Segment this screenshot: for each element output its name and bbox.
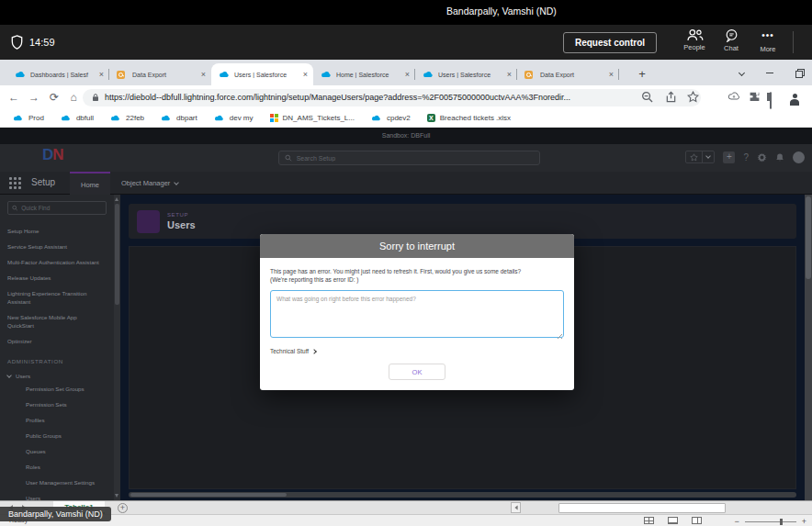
forward-button[interactable]: →	[26, 89, 42, 106]
sidebar-scrollbar[interactable]	[114, 195, 120, 500]
tab-close-icon[interactable]: ×	[303, 71, 308, 79]
people-button[interactable]: People	[676, 28, 713, 51]
window-restore-button[interactable]	[795, 69, 803, 76]
help-icon[interactable]: ?	[743, 152, 749, 162]
error-details-textarea[interactable]	[270, 290, 564, 338]
sidebar-item-mobile-quickstart[interactable]: New Salesforce Mobile App QuickStart	[7, 309, 81, 333]
page-break-view-icon[interactable]	[692, 517, 702, 524]
sidebar-item-profiles[interactable]: Profiles	[7, 412, 120, 428]
scrollbar-thumb[interactable]	[115, 204, 119, 305]
teams-control-bar: 14:59 Request control People Chat ••• Mo…	[0, 25, 812, 60]
home-button[interactable]: ⌂	[65, 89, 82, 106]
page-layout-view-icon[interactable]	[668, 517, 678, 524]
sidebar-item-setup-home[interactable]: Setup Home	[7, 223, 120, 239]
quick-create-icon[interactable]: +	[723, 151, 735, 163]
setup-search-input[interactable]	[297, 155, 534, 162]
add-sheet-button[interactable]: +	[118, 503, 128, 513]
tab-close-icon[interactable]: ×	[507, 71, 512, 79]
scrollbar-thumb[interactable]	[130, 493, 287, 497]
sidebar-item-release-updates[interactable]: Release Updates	[7, 270, 120, 285]
zoom-minus-button[interactable]: −	[734, 517, 739, 526]
favorites-control[interactable]	[685, 151, 715, 163]
reload-button[interactable]: ⟳	[46, 89, 62, 106]
content-horizontal-scrollbar[interactable]	[129, 492, 796, 498]
lock-icon	[92, 93, 99, 102]
sidebar-item-user-management-settings[interactable]: User Management Settings	[7, 475, 120, 490]
tab-search-chevron-icon[interactable]	[739, 69, 745, 75]
zoom-slider-thumb[interactable]	[780, 519, 783, 525]
back-button[interactable]: ←	[6, 89, 22, 106]
browser-tab-users-2[interactable]: Users | Salesforce ×	[415, 63, 517, 85]
sidebar-item-public-groups[interactable]: Public Groups	[7, 428, 120, 443]
salesforce-page: Sandbox: DBFull DN + ?	[0, 128, 812, 500]
more-button[interactable]: ••• More	[750, 28, 786, 53]
bookmark-star-icon[interactable]	[687, 91, 699, 103]
offline-cloud-icon[interactable]	[727, 91, 740, 104]
quick-find-input[interactable]	[21, 205, 102, 211]
share-icon[interactable]	[665, 91, 677, 103]
bookmark-cpdev2[interactable]: cpdev2	[371, 114, 411, 122]
bookmark-breached-tickets[interactable]: X Breached tickets .xlsx	[427, 114, 511, 122]
browser-tab-data-export-1[interactable]: Data Export ×	[109, 63, 211, 85]
bookmark-dn-ams-tickets[interactable]: DN_AMS_Tickets_L...	[270, 114, 355, 122]
tab-close-icon[interactable]: ×	[609, 71, 614, 79]
new-tab-button[interactable]: +	[634, 66, 650, 83]
zoom-out-icon[interactable]	[641, 91, 653, 103]
hscroll-left-button[interactable]	[511, 502, 521, 513]
tab-close-icon[interactable]: ×	[99, 71, 104, 79]
ok-button[interactable]: OK	[389, 364, 445, 380]
sidebar-item-users[interactable]: Users	[7, 490, 120, 500]
favorites-star-icon[interactable]	[686, 151, 702, 162]
setup-search-box[interactable]	[278, 151, 540, 165]
more-label: More	[760, 45, 775, 53]
request-control-button[interactable]: Request control	[563, 32, 657, 53]
sidebar-item-service-setup-assistant[interactable]: Service Setup Assistant	[7, 239, 120, 254]
sidebar-item-queues[interactable]: Queues	[7, 443, 120, 459]
setup-gear-icon[interactable]	[757, 152, 767, 162]
setup-sidebar: Setup Home Service Setup Assistant Multi…	[0, 195, 120, 500]
sidebar-group-users[interactable]: Users	[7, 373, 120, 379]
scroll-up-icon[interactable]	[115, 197, 118, 201]
tab-close-icon[interactable]: ×	[405, 71, 410, 79]
user-avatar[interactable]	[793, 151, 805, 163]
quick-find-box[interactable]	[7, 201, 107, 215]
notification-bell-icon[interactable]	[775, 152, 784, 162]
zoom-slider[interactable]	[745, 521, 796, 522]
technical-stuff-link[interactable]: Technical Stuff	[270, 348, 564, 354]
scrollbar-thumb[interactable]	[806, 196, 811, 279]
side-panel-icon[interactable]	[770, 93, 783, 106]
nav-tab-home[interactable]: Home	[70, 172, 110, 195]
profile-avatar[interactable]	[788, 91, 801, 104]
sidebar-item-roles[interactable]: Roles	[7, 459, 120, 475]
browser-tab-users-active[interactable]: Users | Salesforce ×	[211, 63, 313, 85]
browser-tab-dashboards[interactable]: Dashboards | Salesf ×	[7, 63, 109, 85]
bookmark-dbpart[interactable]: dbpart	[161, 114, 197, 122]
excel-hscrollbar-thumb[interactable]	[558, 503, 726, 513]
sidebar-item-permission-set-groups[interactable]: Permission Set Groups	[7, 381, 120, 397]
bookmark-dbfull[interactable]: dbfull	[61, 114, 94, 122]
excel-sheet-tabbar: Tabelle1 +	[0, 500, 812, 514]
extensions-puzzle-icon[interactable]	[749, 91, 761, 104]
salesforce-cloud-icon	[321, 71, 332, 79]
sidebar-item-mfa-assistant[interactable]: Multi-Factor Authentication Assistant	[7, 254, 120, 270]
scroll-down-icon[interactable]	[115, 494, 118, 498]
page-vertical-scrollbar[interactable]	[805, 195, 812, 500]
bookmark-prod[interactable]: Prod	[13, 114, 44, 122]
normal-view-icon[interactable]	[644, 517, 654, 524]
window-minimize-button[interactable]	[766, 73, 773, 73]
bookmark-22feb[interactable]: 22feb	[110, 114, 144, 122]
tab-close-icon[interactable]: ×	[201, 71, 206, 79]
browser-tab-data-export-2[interactable]: Data Export ×	[517, 63, 619, 85]
url-omnibox[interactable]: https://diebold--dbfull.lightning.force.…	[83, 89, 701, 106]
favorites-dropdown-icon[interactable]	[702, 151, 714, 162]
nav-tab-object-manager[interactable]: Object Manager	[114, 172, 186, 195]
page-label: SETUP	[167, 212, 196, 218]
sidebar-item-permission-sets[interactable]: Permission Sets	[7, 397, 120, 412]
sidebar-item-lex-transition-assistant[interactable]: Lightning Experience Transition Assistan…	[7, 285, 92, 309]
zoom-plus-button[interactable]: +	[802, 517, 806, 526]
bookmark-dev-my[interactable]: dev my	[214, 114, 254, 122]
sidebar-item-optimizer[interactable]: Optimizer	[7, 333, 120, 349]
browser-tab-home[interactable]: Home | Salesforce ×	[313, 63, 415, 85]
app-launcher-icon[interactable]	[9, 177, 21, 189]
chat-button[interactable]: Chat	[713, 28, 750, 52]
